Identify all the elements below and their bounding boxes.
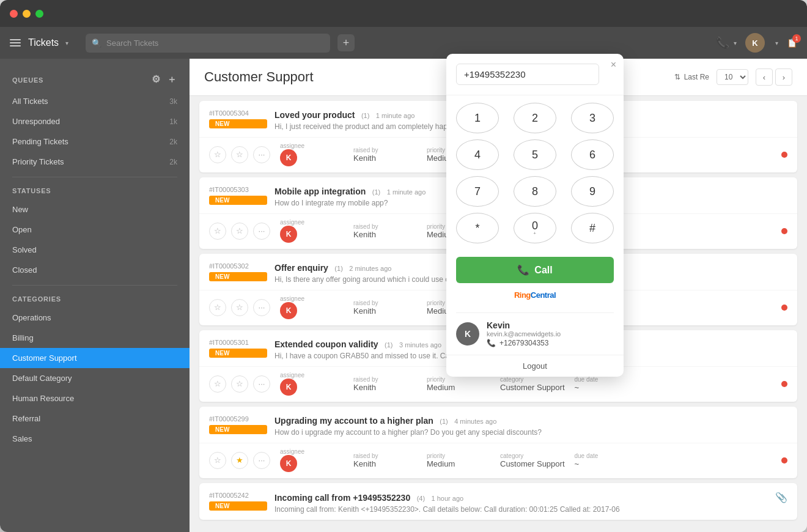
sidebar-item-default-category[interactable]: Default Category (0, 368, 190, 388)
key-6[interactable]: 6 (571, 139, 614, 170)
sidebar-item-all-tickets[interactable]: All Tickets 3k (0, 91, 190, 111)
gear-icon[interactable]: ⚙ (152, 73, 161, 86)
close-icon[interactable]: × (611, 60, 616, 70)
due-date-label: due date (575, 376, 638, 383)
bookmark-button[interactable]: ☆ (209, 223, 226, 240)
sidebar-item-new[interactable]: New (0, 199, 190, 220)
sidebar-item-operations[interactable]: Operations (0, 308, 190, 328)
ticket-actions: ☆ ☆ ··· (209, 375, 270, 393)
call-button[interactable]: 📞 Call (456, 257, 614, 283)
sort-button[interactable]: ⇅ Last Re (674, 73, 709, 81)
ticket-badge: NEW (209, 272, 267, 281)
key-hash[interactable]: # (571, 213, 614, 243)
bookmark-button[interactable]: ☆ (209, 146, 226, 163)
sidebar-item-customer-support[interactable]: Customer Support (0, 348, 190, 368)
bookmark-button[interactable]: ☆ (209, 375, 226, 393)
closed-status-label: Closed (12, 265, 37, 275)
star-button[interactable]: ☆ (231, 375, 248, 393)
more-button[interactable]: ··· (253, 146, 270, 163)
raised-by-section: raised by Kenith (353, 223, 427, 239)
sidebar-item-solved[interactable]: Solved (0, 240, 190, 260)
key-5[interactable]: 5 (514, 139, 556, 170)
key-1[interactable]: 1 (456, 103, 499, 133)
menu-icon[interactable] (10, 39, 21, 46)
more-button[interactable]: ··· (253, 452, 270, 469)
ticket-actions: ☆ ☆ ··· (209, 223, 270, 240)
sidebar-item-open[interactable]: Open (0, 220, 190, 240)
app-name: Tickets (28, 37, 59, 48)
key-0[interactable]: 0+ (514, 213, 556, 243)
more-button[interactable]: ··· (253, 223, 270, 240)
phone-chevron-icon: ▾ (734, 40, 737, 46)
category-value: Customer Support (500, 383, 565, 392)
add-queue-icon[interactable]: ＋ (167, 73, 177, 86)
sidebar-item-billing[interactable]: Billing (0, 328, 190, 348)
star-button[interactable]: ☆ (231, 146, 248, 163)
close-button[interactable] (10, 10, 18, 18)
search-input[interactable] (86, 34, 330, 53)
more-button[interactable]: ··· (253, 299, 270, 316)
dialer-user-details: Kevin kevin.k@acmewidgets.io 📞 +12679304… (487, 320, 614, 347)
user-avatar-button[interactable]: K (745, 33, 765, 53)
ticket-actions: ☆ ★ ··· (209, 452, 270, 469)
raised-by-section: raised by Kenith (353, 376, 427, 392)
sidebar-item-human-resource[interactable]: Human Resource (0, 388, 190, 408)
sidebar-item-unresponded[interactable]: Unresponded 1k (0, 111, 190, 131)
sort-label: Last Re (684, 73, 709, 81)
traffic-lights (10, 10, 43, 18)
ringcentral-logo: RingCentral (456, 287, 614, 308)
ringcentral-brand: RingCentral (514, 290, 556, 300)
key-9[interactable]: 9 (571, 176, 614, 207)
user-phone-icon: 📞 (487, 339, 496, 347)
next-page-button[interactable]: › (775, 68, 792, 86)
star-button[interactable]: ☆ (231, 299, 248, 316)
priority-section: priority Medium (427, 376, 500, 392)
prev-page-button[interactable]: ‹ (756, 68, 773, 86)
key-4[interactable]: 4 (456, 139, 499, 170)
topbar: Tickets ▾ 🔍 + 📞 ▾ K ▾ 📋 1 (0, 27, 807, 59)
sidebar-item-sales[interactable]: Sales (0, 429, 190, 449)
raised-by-value: Kenith (353, 230, 417, 239)
key-7[interactable]: 7 (456, 176, 499, 207)
phone-icon-button[interactable]: 📞 ▾ (716, 36, 737, 50)
user-email: kevin.k@acmewidgets.io (487, 330, 614, 338)
key-star[interactable]: * (456, 213, 499, 243)
key-3[interactable]: 3 (571, 103, 614, 133)
assignee-value: K (280, 149, 344, 166)
add-ticket-button[interactable]: + (337, 34, 355, 51)
assignee-avatar: K (280, 226, 297, 243)
bookmark-button[interactable]: ☆ (209, 452, 226, 469)
star-button[interactable]: ★ (231, 452, 248, 469)
table-row[interactable]: #IT00005299 NEW Upgrading my account to … (199, 407, 797, 478)
sidebar-item-pending[interactable]: Pending Tickets 2k (0, 131, 190, 152)
ring-text: Ring (514, 290, 531, 300)
ticket-preview: How do i upgrade my account to a higher … (275, 428, 542, 437)
sidebar-item-referral[interactable]: Referral (0, 408, 190, 429)
logout-button[interactable]: Logout (446, 355, 624, 377)
key-2[interactable]: 2 (514, 103, 556, 133)
maximize-button[interactable] (35, 10, 43, 18)
ticket-id: #IT00005304 (209, 109, 267, 117)
ticket-time: 4 minutes ago (454, 418, 496, 425)
phone-number-input[interactable] (456, 64, 599, 85)
assignee-section: assignee K (280, 142, 353, 166)
minimize-button[interactable] (23, 10, 31, 18)
due-date-value: ~ (575, 459, 638, 468)
notifications-button[interactable]: 📋 1 (787, 38, 797, 48)
categories-label: CATEGORIES (12, 295, 61, 303)
star-button[interactable]: ☆ (231, 223, 248, 240)
ticket-badge: NEW (209, 425, 267, 434)
table-row[interactable]: #IT00005242 NEW Incoming call from +1949… (199, 483, 797, 520)
ticket-title: Loved your product (275, 110, 355, 120)
more-button[interactable]: ··· (253, 375, 270, 393)
sidebar-item-closed[interactable]: Closed (0, 260, 190, 280)
key-8[interactable]: 8 (514, 176, 556, 207)
dialer-row-4: * 0+ # (456, 213, 614, 243)
sidebar-item-priority[interactable]: Priority Tickets 2k (0, 152, 190, 172)
ticket-time: 1 minute ago (376, 112, 415, 119)
chevron-down-icon: ▾ (65, 40, 68, 46)
per-page-select[interactable]: 10 (717, 69, 748, 85)
call-label: Call (534, 265, 552, 276)
bookmark-button[interactable]: ☆ (209, 299, 226, 316)
ticket-time: 1 hour ago (432, 495, 464, 502)
